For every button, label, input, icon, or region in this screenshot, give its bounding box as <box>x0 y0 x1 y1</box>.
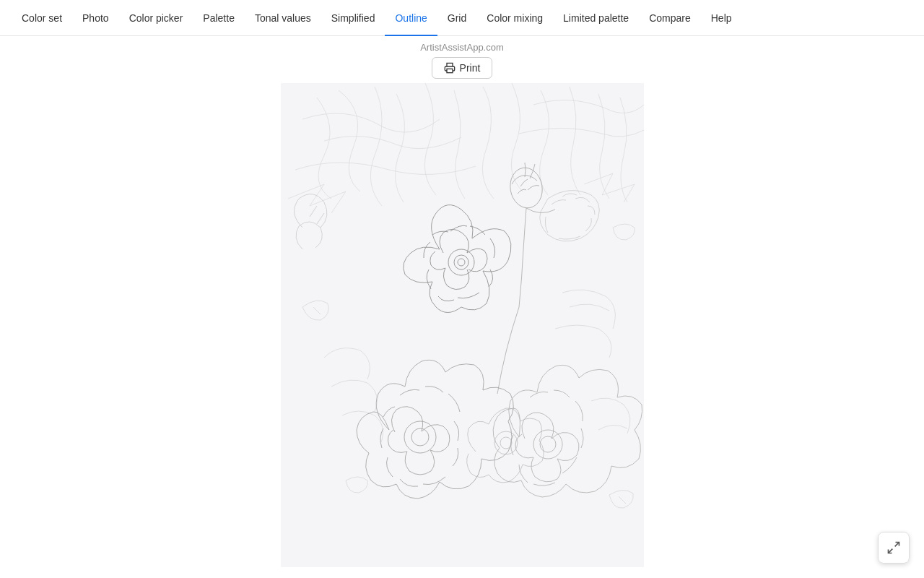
nav-item-color-picker[interactable]: Color picker <box>119 0 193 36</box>
nav-item-compare[interactable]: Compare <box>639 0 701 36</box>
nav-item-photo[interactable]: Photo <box>72 0 119 36</box>
nav-item-color-set[interactable]: Color set <box>12 0 72 36</box>
outline-image <box>281 83 644 567</box>
nav-item-outline[interactable]: Outline <box>385 0 437 36</box>
nav-item-tonal-values[interactable]: Tonal values <box>245 0 321 36</box>
fullscreen-icon <box>886 540 901 555</box>
svg-line-12 <box>895 543 899 547</box>
fullscreen-button[interactable] <box>878 532 910 564</box>
image-container <box>0 83 924 567</box>
nav-item-grid[interactable]: Grid <box>437 0 476 36</box>
print-button[interactable]: Print <box>432 57 493 79</box>
subheader: ArtistAssistApp.com Print <box>0 36 924 83</box>
print-label: Print <box>460 62 481 74</box>
nav-item-palette[interactable]: Palette <box>193 0 245 36</box>
nav-item-help[interactable]: Help <box>701 0 742 36</box>
nav-item-color-mixing[interactable]: Color mixing <box>476 0 553 36</box>
main-nav: Color setPhotoColor pickerPaletteTonal v… <box>0 0 924 36</box>
site-url: ArtistAssistApp.com <box>420 42 504 53</box>
svg-rect-0 <box>447 69 453 72</box>
nav-item-simplified[interactable]: Simplified <box>321 0 385 36</box>
nav-item-limited-palette[interactable]: Limited palette <box>553 0 639 36</box>
svg-rect-1 <box>281 83 644 567</box>
print-icon <box>444 62 456 74</box>
outline-svg <box>281 83 644 567</box>
svg-line-13 <box>889 549 893 553</box>
